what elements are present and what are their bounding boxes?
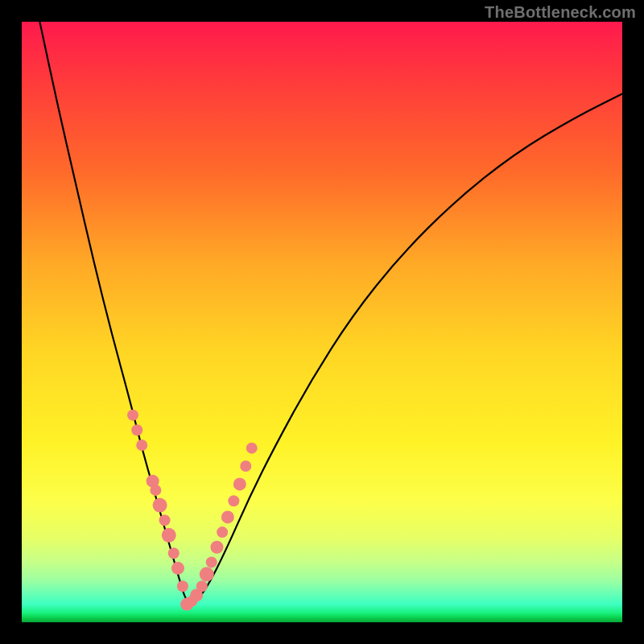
data-dot [196, 580, 208, 592]
data-dot [246, 443, 258, 454]
data-dot [162, 528, 176, 543]
data-dot [127, 410, 138, 421]
data-dot [206, 556, 217, 568]
data-dot [228, 495, 239, 506]
watermark-text: TheBottleneck.com [485, 3, 636, 22]
data-dot [131, 424, 142, 436]
chart-frame: TheBottleneck.com [0, 0, 644, 644]
data-dot [150, 485, 161, 496]
data-dot [240, 460, 251, 472]
plot-area [22, 22, 622, 622]
data-dot [233, 477, 246, 490]
data-dot [171, 562, 184, 575]
data-dot [168, 547, 180, 559]
data-dot [159, 514, 171, 526]
bottleneck-curve [22, 22, 622, 603]
data-dot [177, 580, 188, 592]
data-dot [217, 526, 228, 538]
data-dot [221, 510, 234, 523]
data-dot [136, 440, 147, 451]
data-dot [210, 541, 223, 554]
chart-svg [22, 22, 622, 622]
data-dot [200, 567, 214, 581]
data-dot [153, 498, 167, 513]
